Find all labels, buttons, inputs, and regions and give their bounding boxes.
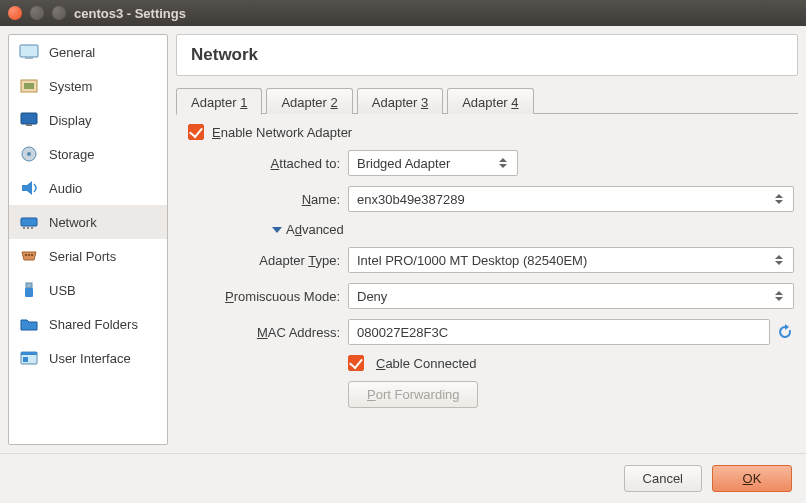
sidebar-item-display[interactable]: Display [9, 103, 167, 137]
storage-icon [19, 144, 39, 164]
svg-rect-0 [20, 45, 38, 57]
advanced-label: Advanced [286, 222, 344, 237]
chevron-updown-icon [773, 287, 785, 305]
ui-icon [19, 348, 39, 368]
sidebar-item-user-interface[interactable]: User Interface [9, 341, 167, 375]
svg-rect-3 [24, 83, 34, 89]
triangle-down-icon [272, 227, 282, 233]
svg-rect-9 [21, 218, 37, 226]
svg-rect-12 [31, 227, 33, 229]
enable-adapter-label: Enable Network Adapter [212, 125, 352, 140]
sidebar-item-serial-ports[interactable]: Serial Ports [9, 239, 167, 273]
promiscuous-value: Deny [357, 289, 387, 304]
audio-icon [19, 178, 39, 198]
adapter-type-label: Adapter Type: [188, 253, 348, 268]
sidebar-item-shared-folders[interactable]: Shared Folders [9, 307, 167, 341]
cancel-button[interactable]: Cancel [624, 465, 702, 492]
attached-to-label: Attached to: [188, 156, 348, 171]
sidebar-item-label: Audio [49, 181, 82, 196]
chevron-updown-icon [497, 154, 509, 172]
adapter-type-select[interactable]: Intel PRO/1000 MT Desktop (82540EM) [348, 247, 794, 273]
sidebar-item-storage[interactable]: Storage [9, 137, 167, 171]
svg-point-15 [31, 254, 33, 256]
sidebar-item-label: System [49, 79, 92, 94]
page-title: Network [176, 34, 798, 76]
svg-rect-17 [25, 288, 33, 297]
cable-connected-checkbox[interactable] [348, 355, 364, 371]
svg-marker-8 [22, 181, 32, 195]
port-forwarding-button[interactable]: Port Forwarding [348, 381, 478, 408]
svg-rect-1 [25, 57, 33, 59]
system-icon [19, 76, 39, 96]
ok-button[interactable]: OK [712, 465, 792, 492]
name-label: Name: [188, 192, 348, 207]
svg-point-13 [25, 254, 27, 256]
enable-adapter-checkbox[interactable] [188, 124, 204, 140]
sidebar-item-label: Serial Ports [49, 249, 116, 264]
chevron-updown-icon [773, 190, 785, 208]
sidebar-item-label: General [49, 45, 95, 60]
tab-adapter-1[interactable]: Adapter 1 [176, 88, 262, 115]
sidebar-item-label: Network [49, 215, 97, 230]
tab-adapter-3[interactable]: Adapter 3 [357, 88, 443, 114]
close-icon[interactable] [8, 6, 22, 20]
sidebar-item-general[interactable]: General [9, 35, 167, 69]
adapter-type-value: Intel PRO/1000 MT Desktop (82540EM) [357, 253, 587, 268]
titlebar: centos3 - Settings [0, 0, 806, 26]
sidebar-item-label: Shared Folders [49, 317, 138, 332]
window-title: centos3 - Settings [74, 6, 186, 21]
svg-rect-5 [26, 124, 32, 126]
sidebar-item-label: User Interface [49, 351, 131, 366]
svg-rect-19 [21, 352, 37, 355]
svg-rect-10 [23, 227, 25, 229]
sidebar-item-label: Storage [49, 147, 95, 162]
svg-rect-4 [21, 113, 37, 124]
display-icon [19, 110, 39, 130]
name-value: enx30b49e387289 [357, 192, 465, 207]
chevron-updown-icon [773, 251, 785, 269]
svg-point-7 [27, 152, 31, 156]
name-select[interactable]: enx30b49e387289 [348, 186, 794, 212]
tab-adapter-2[interactable]: Adapter 2 [266, 88, 352, 114]
network-icon [19, 212, 39, 232]
svg-point-14 [28, 254, 30, 256]
settings-sidebar: General System Display Storage Audio [8, 34, 168, 445]
serial-port-icon [19, 246, 39, 266]
advanced-toggle[interactable]: Advanced [272, 222, 344, 237]
sidebar-item-system[interactable]: System [9, 69, 167, 103]
refresh-mac-button[interactable] [776, 323, 794, 341]
svg-rect-20 [23, 357, 28, 362]
sidebar-item-label: Display [49, 113, 92, 128]
maximize-icon[interactable] [52, 6, 66, 20]
cable-connected-label: Cable Connected [376, 356, 476, 371]
folder-icon [19, 314, 39, 334]
usb-icon [19, 280, 39, 300]
sidebar-item-audio[interactable]: Audio [9, 171, 167, 205]
dialog-footer: Cancel OK [0, 453, 806, 503]
attached-to-value: Bridged Adapter [357, 156, 450, 171]
attached-to-select[interactable]: Bridged Adapter [348, 150, 518, 176]
tab-adapter-4[interactable]: Adapter 4 [447, 88, 533, 114]
svg-rect-11 [27, 227, 29, 229]
sidebar-item-label: USB [49, 283, 76, 298]
mac-address-value: 080027E28F3C [357, 325, 448, 340]
mac-label: MAC Address: [188, 325, 348, 340]
minimize-icon[interactable] [30, 6, 44, 20]
sidebar-item-usb[interactable]: USB [9, 273, 167, 307]
promiscuous-select[interactable]: Deny [348, 283, 794, 309]
mac-address-input[interactable]: 080027E28F3C [348, 319, 770, 345]
sidebar-item-network[interactable]: Network [9, 205, 167, 239]
promiscuous-label: Promiscuous Mode: [188, 289, 348, 304]
general-icon [19, 42, 39, 62]
svg-rect-16 [26, 283, 32, 288]
